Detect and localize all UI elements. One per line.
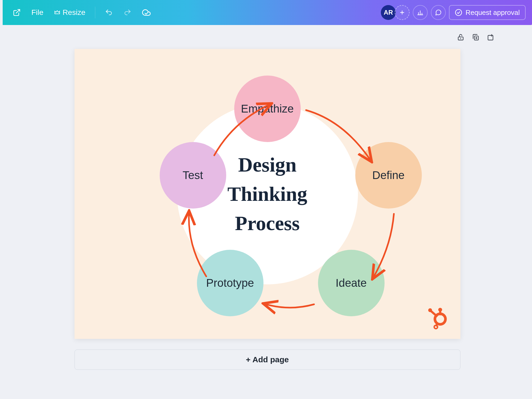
bar-chart-icon xyxy=(417,9,424,16)
hubspot-logo xyxy=(426,306,450,331)
cloud-sync-button[interactable] xyxy=(138,6,154,19)
comment-icon xyxy=(435,9,442,16)
diagram-title[interactable]: Design Thinking Process xyxy=(228,150,307,238)
open-external-icon xyxy=(13,9,21,16)
node-label: Prototype xyxy=(206,277,254,289)
node-label: Ideate xyxy=(336,277,367,289)
node-test[interactable]: Test xyxy=(160,142,226,209)
node-label: Define xyxy=(372,169,405,182)
avatar-initials: AR xyxy=(384,9,393,16)
cloud-check-icon xyxy=(142,8,151,17)
add-collaborator-button[interactable] xyxy=(395,5,410,20)
node-empathize[interactable]: Empathize xyxy=(234,76,301,142)
workspace: Design Thinking Process Empathize Define… xyxy=(3,25,532,399)
crown-icon xyxy=(54,9,60,16)
resize-label: Resize xyxy=(63,8,85,17)
svg-line-0 xyxy=(16,10,20,13)
lock-button[interactable] xyxy=(456,33,465,41)
add-page-button[interactable]: + Add page xyxy=(75,350,460,370)
design-canvas[interactable]: Design Thinking Process Empathize Define… xyxy=(75,49,460,339)
undo-button[interactable] xyxy=(101,6,117,19)
node-ideate[interactable]: Ideate xyxy=(318,250,385,316)
node-define[interactable]: Define xyxy=(355,142,422,209)
duplicate-page-button[interactable] xyxy=(471,33,480,41)
undo-icon xyxy=(105,9,113,16)
request-approval-button[interactable]: Request approval xyxy=(449,5,526,20)
node-prototype[interactable]: Prototype xyxy=(197,250,263,316)
top-toolbar: File Resize AR xyxy=(0,0,532,25)
redo-icon xyxy=(123,9,131,16)
file-menu[interactable]: File xyxy=(28,6,47,19)
upload-icon xyxy=(487,34,494,41)
hubspot-icon xyxy=(426,306,450,330)
toolbar-divider xyxy=(95,7,95,18)
node-label: Empathize xyxy=(241,102,294,115)
svg-point-7 xyxy=(456,9,462,15)
canvas-tools xyxy=(456,33,495,41)
plus-icon xyxy=(399,10,405,15)
redo-button[interactable] xyxy=(120,6,135,19)
add-page-label: + Add page xyxy=(246,355,289,364)
open-external-button[interactable] xyxy=(9,6,24,19)
duplicate-icon xyxy=(472,34,479,41)
resize-menu[interactable]: Resize xyxy=(50,6,89,19)
check-circle-icon xyxy=(455,9,462,16)
user-avatar[interactable]: AR xyxy=(381,5,396,20)
unlock-icon xyxy=(457,34,464,41)
file-label: File xyxy=(31,8,43,17)
svg-rect-13 xyxy=(488,35,493,40)
analytics-button[interactable] xyxy=(413,5,428,20)
request-approval-label: Request approval xyxy=(465,9,520,17)
add-page-icon-button[interactable] xyxy=(486,33,495,41)
title-line-2: Thinking xyxy=(228,183,307,205)
svg-line-22 xyxy=(436,323,437,326)
node-label: Test xyxy=(183,169,203,182)
title-line-1: Design xyxy=(238,153,297,176)
svg-line-18 xyxy=(431,311,436,316)
comments-button[interactable] xyxy=(431,5,446,20)
title-line-3: Process xyxy=(235,212,300,234)
